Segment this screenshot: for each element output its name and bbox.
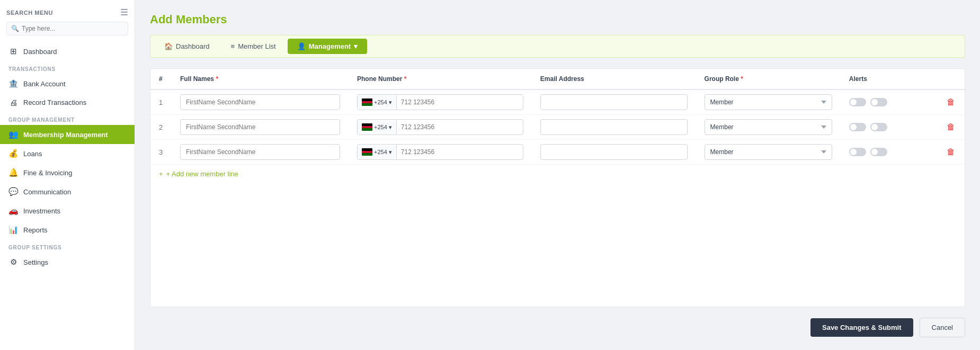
sidebar-item-reports[interactable]: 📊 Reports — [0, 220, 135, 239]
search-input[interactable] — [22, 25, 123, 32]
phone-flag-dropdown[interactable]: +254 ▾ — [358, 145, 397, 159]
sidebar-item-loans[interactable]: 💰 Loans — [0, 144, 135, 163]
chevron-down-icon: ▾ — [354, 42, 358, 50]
search-section: SEARCH MENU ☰ 🔍 — [0, 0, 135, 40]
full-name-input[interactable] — [180, 119, 340, 135]
tab-label: Member List — [238, 42, 276, 50]
search-menu-label: SEARCH MENU ☰ — [6, 7, 128, 17]
fine-icon: 🔔 — [8, 168, 18, 177]
reports-icon: 📊 — [8, 225, 18, 235]
sidebar-item-communication[interactable]: 💬 Communication — [0, 182, 135, 201]
main-content: Add Members 🏠 Dashboard ≡ Member List 👤 … — [135, 0, 980, 350]
alert-toggle-1[interactable] — [849, 148, 866, 156]
alert-toggle-2[interactable] — [870, 123, 887, 131]
alerts-cell — [849, 148, 929, 156]
sidebar-item-dashboard[interactable]: ⊞ Dashboard — [0, 42, 135, 61]
section-label-group-management: GROUP MANAGEMENT — [0, 112, 135, 125]
full-name-input[interactable] — [180, 94, 340, 110]
row-number: 1 — [150, 89, 172, 115]
email-input[interactable] — [540, 144, 688, 160]
sidebar-item-settings[interactable]: ⚙ Settings — [0, 253, 135, 272]
col-phone-number: Phone Number * — [349, 69, 532, 89]
investments-icon: 🚗 — [8, 206, 18, 216]
phone-code: +254 ▾ — [374, 99, 392, 106]
record-icon: 🖨 — [8, 98, 18, 107]
sidebar-item-bank-account[interactable]: 🏦 Bank Account — [0, 74, 135, 93]
phone-number-input[interactable] — [397, 145, 460, 159]
sidebar-item-label: Settings — [23, 258, 48, 266]
col-group-role: Group Role * — [696, 69, 841, 89]
page-title: Add Members — [150, 13, 965, 26]
phone-field: +254 ▾ — [357, 144, 523, 160]
sidebar-item-label: Fine & Invoicing — [23, 169, 73, 177]
add-line-label: + Add new member line — [166, 170, 238, 178]
email-input[interactable] — [540, 94, 688, 110]
phone-field: +254 ▾ — [357, 119, 523, 135]
sidebar-item-record-transactions[interactable]: 🖨 Record Transactions — [0, 93, 135, 112]
alert-toggle-1[interactable] — [849, 123, 866, 131]
add-new-member-line-button[interactable]: + + Add new member line — [150, 165, 247, 183]
group-role-select[interactable]: MemberAdminTreasurerSecretary — [705, 119, 832, 135]
bottom-actions: Save Changes & Submit Cancel — [150, 318, 965, 337]
group-role-select[interactable]: MemberAdminTreasurerSecretary — [705, 144, 832, 160]
sidebar-item-label: Communication — [23, 188, 71, 196]
section-label-group-settings: GROUP SETTINGS — [0, 239, 135, 253]
table-row: 3+254 ▾MemberAdminTreasurerSecretary🗑 — [150, 140, 965, 165]
sidebar-item-label: Reports — [23, 226, 48, 234]
alerts-cell — [849, 123, 929, 131]
search-box: 🔍 — [6, 22, 128, 35]
phone-number-input[interactable] — [397, 120, 460, 134]
dashboard-icon: ⊞ — [8, 47, 18, 56]
home-icon: 🏠 — [164, 42, 173, 50]
alert-toggle-1[interactable] — [849, 98, 866, 106]
delete-row-button[interactable]: 🗑 — [946, 96, 956, 108]
save-changes-submit-button[interactable]: Save Changes & Submit — [810, 318, 913, 337]
kenya-flag-icon — [362, 148, 372, 156]
alert-toggle-2[interactable] — [870, 148, 887, 156]
cancel-button[interactable]: Cancel — [920, 318, 965, 337]
bank-icon: 🏦 — [8, 79, 18, 88]
phone-code: +254 ▾ — [374, 149, 392, 156]
phone-flag-dropdown[interactable]: +254 ▾ — [358, 95, 397, 109]
sidebar: SEARCH MENU ☰ 🔍 ⊞ Dashboard TRANSACTIONS… — [0, 0, 135, 350]
col-actions — [937, 69, 965, 89]
sidebar-item-label: Dashboard — [23, 48, 57, 56]
settings-icon: ⚙ — [8, 257, 18, 267]
col-full-names: Full Names * — [172, 69, 349, 89]
table-row: 2+254 ▾MemberAdminTreasurerSecretary🗑 — [150, 115, 965, 140]
plus-icon: + — [159, 170, 163, 178]
loans-icon: 💰 — [8, 149, 18, 158]
delete-row-button[interactable]: 🗑 — [946, 146, 956, 158]
phone-flag-dropdown[interactable]: +254 ▾ — [358, 120, 397, 134]
col-hash: # — [150, 69, 172, 89]
hamburger-icon[interactable]: ☰ — [120, 7, 128, 17]
sidebar-item-label: Investments — [23, 207, 60, 215]
sidebar-item-membership-management[interactable]: 👥 Membership Management — [0, 125, 135, 144]
sidebar-nav: ⊞ Dashboard TRANSACTIONS 🏦 Bank Account … — [0, 40, 135, 274]
tab-member-list[interactable]: ≡ Member List — [221, 39, 286, 54]
table-row: 1+254 ▾MemberAdminTreasurerSecretary🗑 — [150, 89, 965, 115]
members-table-container: # Full Names * Phone Number * Email Addr… — [150, 68, 965, 307]
sidebar-item-label: Loans — [23, 150, 42, 158]
delete-row-button[interactable]: 🗑 — [946, 121, 956, 133]
sidebar-item-label: Membership Management — [23, 131, 108, 139]
email-input[interactable] — [540, 119, 688, 135]
tab-dashboard[interactable]: 🏠 Dashboard — [155, 39, 219, 54]
section-label-transactions: TRANSACTIONS — [0, 61, 135, 74]
tab-label: Dashboard — [176, 42, 210, 50]
group-role-select[interactable]: MemberAdminTreasurerSecretary — [705, 94, 832, 110]
alert-toggle-2[interactable] — [870, 98, 887, 106]
kenya-flag-icon — [362, 98, 372, 106]
col-email-address: Email Address — [532, 69, 696, 89]
tab-management[interactable]: 👤 Management ▾ — [288, 39, 367, 54]
sidebar-item-investments[interactable]: 🚗 Investments — [0, 201, 135, 220]
col-alerts: Alerts — [841, 69, 937, 89]
sidebar-item-fine-invoicing[interactable]: 🔔 Fine & Invoicing — [0, 163, 135, 182]
alerts-cell — [849, 98, 929, 106]
membership-icon: 👥 — [8, 130, 18, 139]
tab-label: Management — [309, 42, 351, 50]
phone-number-input[interactable] — [397, 95, 460, 110]
sidebar-item-label: Bank Account — [23, 80, 66, 88]
full-name-input[interactable] — [180, 144, 340, 160]
sidebar-item-label: Record Transactions — [23, 98, 86, 106]
